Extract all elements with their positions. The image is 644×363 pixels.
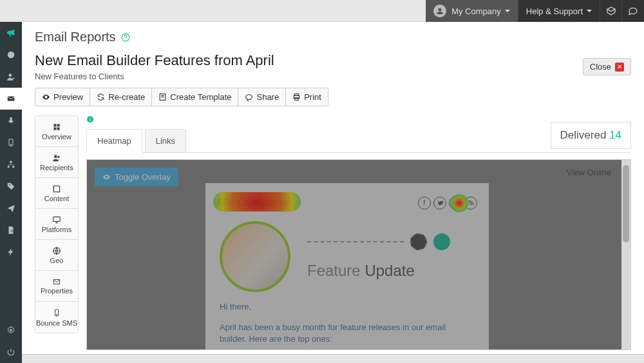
svg-point-1	[8, 52, 15, 59]
divider-line	[307, 241, 404, 242]
dashboard-icon[interactable]	[0, 44, 22, 66]
megaphone-icon[interactable]	[0, 22, 22, 44]
svg-rect-8	[10, 161, 12, 163]
help-menu[interactable]: Help & Support	[518, 0, 600, 22]
svg-rect-20	[53, 127, 56, 130]
svg-point-3	[13, 77, 14, 79]
page-title-text: Email Reports	[35, 30, 116, 44]
svg-point-23	[57, 155, 60, 158]
tabs: Heatmap Links	[86, 129, 631, 153]
svg-point-31	[90, 117, 90, 118]
dot-icon	[433, 233, 450, 250]
desktop-icon	[52, 215, 62, 224]
sidebar-item-content[interactable]: Content	[35, 178, 78, 209]
svg-rect-10	[12, 166, 14, 168]
chevron-down-icon	[505, 10, 510, 12]
sidebar-item-platforms[interactable]: Platforms	[35, 209, 78, 240]
svg-rect-4	[8, 97, 15, 101]
svg-rect-24	[53, 217, 61, 221]
user-icon[interactable]	[0, 66, 22, 88]
avatar-icon	[433, 5, 446, 17]
power-icon[interactable]	[0, 341, 22, 363]
svg-rect-19	[57, 124, 60, 126]
users-icon	[52, 153, 62, 162]
twitter-icon[interactable]	[433, 197, 446, 210]
globe-icon	[52, 246, 61, 255]
dot-icon	[410, 233, 427, 250]
svg-point-7	[10, 144, 11, 145]
info-icon[interactable]	[86, 115, 94, 123]
svg-rect-21	[57, 127, 60, 130]
svg-rect-30	[90, 119, 91, 121]
company-menu[interactable]: My Company	[426, 0, 518, 22]
heatmap-spot	[450, 194, 468, 212]
sidebar-item-recipients[interactable]: Recipients	[35, 147, 78, 178]
close-label: Close	[590, 62, 611, 72]
send-icon[interactable]	[0, 197, 22, 219]
topbar: My Company Help & Support	[0, 0, 644, 22]
feature-image	[220, 221, 290, 292]
mic-icon[interactable]	[0, 110, 22, 132]
tab-links[interactable]: Links	[145, 129, 186, 153]
mail-icon[interactable]	[0, 88, 22, 110]
feature-title: Feature Update	[307, 262, 450, 280]
help-label: Help & Support	[526, 6, 583, 16]
toggle-overlay-button[interactable]: Toggle Overlay	[95, 168, 178, 186]
sidebar-item-bounce-sms[interactable]: Bounce SMS	[35, 302, 78, 333]
print-button[interactable]: Print	[285, 88, 328, 106]
svg-point-0	[439, 8, 442, 12]
tab-heatmap[interactable]: Heatmap	[86, 129, 142, 153]
email-body: April has been a busy month for feature …	[220, 322, 475, 345]
tag-icon[interactable]	[0, 175, 22, 197]
mobile-icon[interactable]	[0, 132, 22, 153]
view-online-link[interactable]: View Online	[567, 168, 611, 177]
svg-rect-18	[53, 124, 56, 126]
create-template-button[interactable]: Create Template	[151, 88, 238, 106]
svg-point-28	[57, 314, 57, 315]
svg-point-2	[9, 74, 12, 77]
bottom-bar	[22, 354, 644, 363]
close-button[interactable]: Close ✕	[583, 58, 631, 75]
scroll-thumb[interactable]	[623, 165, 629, 242]
bolt-icon[interactable]	[0, 241, 22, 263]
preview-button[interactable]: Preview	[35, 88, 90, 106]
left-nav	[0, 22, 22, 363]
delivered-card: Delivered 14	[551, 122, 631, 149]
facebook-icon[interactable]: f	[418, 197, 431, 210]
delivered-value: 14	[609, 129, 621, 141]
toolbar: Preview Re-create Create Template Share …	[35, 88, 631, 106]
help-icon[interactable]	[121, 33, 130, 42]
sidebar-item-properties[interactable]: Properties	[35, 271, 78, 302]
delivered-label: Delivered	[560, 129, 607, 141]
social-icons: f in	[418, 197, 477, 210]
svg-point-12	[10, 329, 12, 331]
chevron-down-icon	[587, 10, 592, 12]
chat-icon-button[interactable]	[622, 0, 644, 22]
settings-icon[interactable]	[0, 319, 22, 341]
report-sidebar: Overview Recipients Content Platforms Ge…	[35, 115, 79, 333]
main-panel: Email Reports Close ✕ New Email Builder …	[22, 22, 644, 363]
page-title: Email Reports	[35, 30, 631, 44]
recreate-button[interactable]: Re-create	[90, 88, 152, 106]
heatmap-spot	[213, 192, 301, 211]
svg-rect-9	[8, 166, 10, 168]
heatmap-pane: Toggle Overlay View Online My Company f	[86, 159, 631, 350]
sidebar-item-geo[interactable]: Geo	[35, 240, 78, 271]
svg-point-32	[469, 204, 470, 205]
close-icon: ✕	[615, 63, 624, 72]
campaign-subtitle: New Features to Clients	[35, 72, 631, 81]
phone-icon	[53, 308, 61, 318]
box-icon-button[interactable]	[600, 0, 622, 22]
scrollbar[interactable]	[621, 160, 630, 349]
svg-point-22	[54, 155, 57, 158]
email-preview: My Company f in	[205, 183, 489, 350]
envelope-icon	[52, 278, 62, 286]
export-icon[interactable]	[0, 219, 22, 241]
email-greeting: Hi there,	[220, 301, 475, 313]
sidebar-item-overview[interactable]: Overview	[35, 116, 78, 147]
sitemap-icon[interactable]	[0, 153, 22, 175]
company-label: My Company	[451, 6, 501, 16]
share-button[interactable]: Share	[238, 88, 286, 106]
book-icon	[52, 184, 61, 193]
svg-point-11	[9, 184, 10, 186]
